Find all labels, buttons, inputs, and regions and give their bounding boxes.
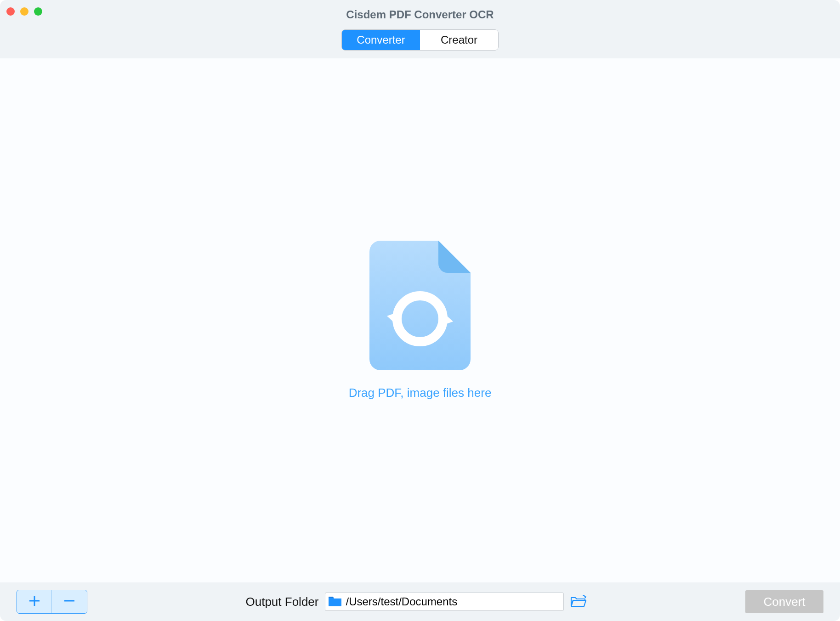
- output-section: Output Folder: [99, 593, 733, 611]
- mode-tabs: Converter Creator: [341, 29, 499, 51]
- remove-file-button[interactable]: [52, 590, 87, 613]
- minus-icon: [63, 595, 75, 609]
- window-title: Cisdem PDF Converter OCR: [346, 8, 494, 21]
- zoom-window-button[interactable]: [34, 7, 42, 16]
- tab-converter[interactable]: Converter: [342, 30, 420, 50]
- dropzone[interactable]: Drag PDF, image files here: [349, 241, 492, 400]
- close-window-button[interactable]: [6, 7, 15, 16]
- titlebar: Cisdem PDF Converter OCR Converter Creat…: [0, 0, 840, 58]
- main-area: Drag PDF, image files here: [0, 58, 840, 582]
- browse-folder-button[interactable]: [570, 593, 587, 610]
- tab-creator[interactable]: Creator: [420, 30, 498, 50]
- output-folder-label: Output Folder: [246, 595, 319, 609]
- convert-button[interactable]: Convert: [745, 590, 823, 613]
- add-remove-group: [17, 590, 87, 614]
- output-path-input[interactable]: [346, 595, 560, 608]
- window-controls: [6, 7, 42, 16]
- bottom-bar: Output Folder Convert: [0, 582, 840, 621]
- folder-icon: [328, 595, 342, 609]
- dropzone-label: Drag PDF, image files here: [349, 386, 492, 400]
- minimize-window-button[interactable]: [20, 7, 28, 16]
- add-file-button[interactable]: [17, 590, 52, 613]
- document-convert-icon: [369, 241, 471, 372]
- plus-icon: [28, 595, 40, 609]
- output-path-box: [325, 593, 564, 611]
- open-folder-icon: [570, 593, 587, 610]
